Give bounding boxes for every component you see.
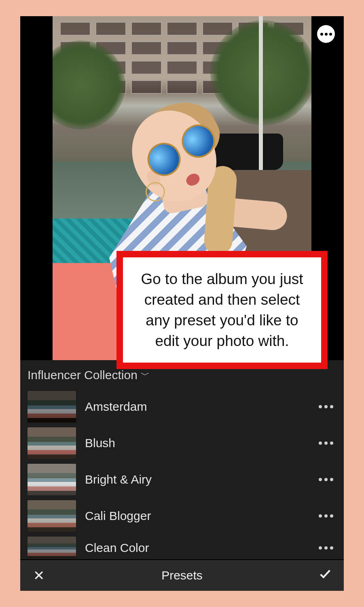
bottom-toolbar: ✕ Presets: [20, 560, 344, 591]
preset-thumbnail: [28, 391, 76, 422]
preset-more-button[interactable]: [319, 514, 336, 518]
preset-thumbnail: [28, 427, 76, 459]
preset-collection-label: Influencer Collection: [28, 368, 138, 382]
confirm-button[interactable]: [317, 567, 333, 584]
preset-thumbnail: [28, 537, 76, 559]
preset-label: Clean Color: [85, 541, 310, 555]
preset-thumbnail: [28, 500, 76, 532]
cancel-button[interactable]: ✕: [31, 567, 47, 584]
preset-label: Blush: [85, 436, 310, 450]
more-options-button[interactable]: [317, 25, 335, 43]
instruction-text: Go to the album you just created and the…: [141, 271, 303, 349]
preset-label: Bright & Airy: [85, 473, 310, 486]
preset-more-button[interactable]: [319, 478, 336, 481]
toolbar-title: Presets: [161, 569, 203, 582]
preset-item-bright-airy[interactable]: Bright & Airy: [20, 461, 344, 498]
preset-item-blush[interactable]: Blush: [20, 425, 344, 461]
presets-panel: Influencer Collection ﹀ Amsterdam Blush …: [20, 360, 344, 559]
preset-more-button[interactable]: [319, 546, 336, 550]
preset-more-button[interactable]: [319, 441, 336, 445]
preset-label: Cali Blogger: [85, 509, 310, 523]
close-icon: ✕: [33, 568, 44, 583]
preset-label: Amsterdam: [85, 400, 310, 414]
instruction-callout: Go to the album you just created and the…: [116, 251, 328, 369]
preset-item-cali-blogger[interactable]: Cali Blogger: [20, 498, 344, 534]
check-icon: [318, 567, 332, 581]
preset-item-amsterdam[interactable]: Amsterdam: [20, 388, 344, 425]
ellipsis-icon: [320, 33, 323, 36]
chevron-down-icon: ﹀: [141, 369, 150, 381]
preset-item-clean-color[interactable]: Clean Color: [20, 534, 344, 559]
preset-thumbnail: [28, 464, 76, 495]
preset-more-button[interactable]: [319, 405, 336, 408]
